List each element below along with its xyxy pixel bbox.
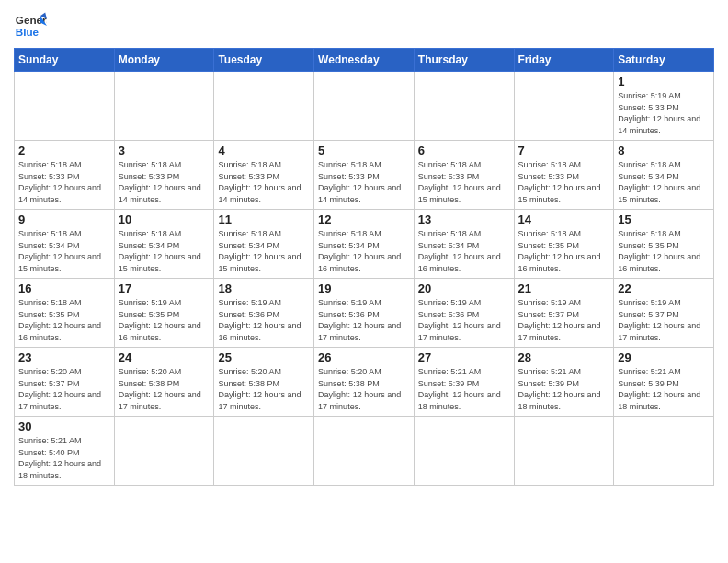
day-info: Sunrise: 5:20 AM Sunset: 5:38 PM Dayligh…: [218, 366, 310, 412]
day-cell: 3Sunrise: 5:18 AM Sunset: 5:33 PM Daylig…: [114, 141, 214, 210]
day-cell: 20Sunrise: 5:19 AM Sunset: 5:36 PM Dayli…: [414, 279, 514, 348]
day-info: Sunrise: 5:18 AM Sunset: 5:33 PM Dayligh…: [119, 159, 210, 205]
week-row-5: 30Sunrise: 5:21 AM Sunset: 5:40 PM Dayli…: [15, 417, 714, 486]
day-number: 8: [618, 144, 710, 157]
day-cell: 27Sunrise: 5:21 AM Sunset: 5:39 PM Dayli…: [414, 348, 514, 417]
day-info: Sunrise: 5:18 AM Sunset: 5:34 PM Dayligh…: [318, 228, 410, 274]
day-number: 3: [119, 144, 210, 157]
day-number: 20: [418, 282, 510, 295]
day-cell: 12Sunrise: 5:18 AM Sunset: 5:34 PM Dayli…: [314, 210, 415, 279]
day-cell: 18Sunrise: 5:19 AM Sunset: 5:36 PM Dayli…: [214, 279, 314, 348]
day-info: Sunrise: 5:18 AM Sunset: 5:35 PM Dayligh…: [518, 228, 610, 274]
day-number: 17: [119, 282, 210, 295]
day-info: Sunrise: 5:20 AM Sunset: 5:37 PM Dayligh…: [18, 366, 110, 412]
day-info: Sunrise: 5:21 AM Sunset: 5:39 PM Dayligh…: [518, 366, 610, 412]
day-number: 24: [119, 350, 210, 364]
day-cell: 1Sunrise: 5:19 AM Sunset: 5:33 PM Daylig…: [614, 72, 714, 141]
day-cell: [514, 72, 614, 141]
day-info: Sunrise: 5:19 AM Sunset: 5:37 PM Dayligh…: [618, 297, 710, 343]
weekday-header-row: SundayMondayTuesdayWednesdayThursdayFrid…: [15, 49, 714, 72]
day-info: Sunrise: 5:21 AM Sunset: 5:40 PM Dayligh…: [18, 435, 110, 481]
day-cell: 8Sunrise: 5:18 AM Sunset: 5:34 PM Daylig…: [614, 141, 714, 210]
day-cell: 15Sunrise: 5:18 AM Sunset: 5:35 PM Dayli…: [614, 210, 714, 279]
day-number: 27: [418, 350, 510, 364]
day-cell: [214, 72, 314, 141]
day-number: 18: [218, 282, 310, 295]
day-info: Sunrise: 5:19 AM Sunset: 5:36 PM Dayligh…: [318, 297, 410, 343]
week-row-0: 1Sunrise: 5:19 AM Sunset: 5:33 PM Daylig…: [15, 72, 714, 141]
day-cell: [414, 417, 514, 486]
week-row-2: 9Sunrise: 5:18 AM Sunset: 5:34 PM Daylig…: [15, 210, 714, 279]
day-cell: [414, 72, 514, 141]
day-number: 21: [518, 282, 610, 295]
day-number: 23: [18, 350, 110, 364]
day-cell: 6Sunrise: 5:18 AM Sunset: 5:33 PM Daylig…: [414, 141, 514, 210]
day-info: Sunrise: 5:18 AM Sunset: 5:33 PM Dayligh…: [18, 159, 110, 205]
day-info: Sunrise: 5:18 AM Sunset: 5:33 PM Dayligh…: [418, 159, 510, 205]
day-cell: 17Sunrise: 5:19 AM Sunset: 5:35 PM Dayli…: [114, 279, 214, 348]
day-info: Sunrise: 5:18 AM Sunset: 5:34 PM Dayligh…: [418, 228, 510, 274]
day-number: 11: [218, 213, 310, 226]
day-number: 25: [218, 350, 310, 364]
day-cell: [314, 72, 415, 141]
day-number: 29: [618, 350, 710, 364]
day-cell: 5Sunrise: 5:18 AM Sunset: 5:33 PM Daylig…: [314, 141, 415, 210]
logo-icon: General Blue: [14, 9, 47, 42]
week-row-3: 16Sunrise: 5:18 AM Sunset: 5:35 PM Dayli…: [15, 279, 714, 348]
day-number: 22: [618, 282, 710, 295]
day-number: 10: [119, 213, 210, 226]
day-number: 26: [318, 350, 410, 364]
day-number: 2: [18, 144, 110, 157]
day-number: 30: [18, 419, 110, 433]
day-cell: 11Sunrise: 5:18 AM Sunset: 5:34 PM Dayli…: [214, 210, 314, 279]
day-number: 6: [418, 144, 510, 157]
day-number: 28: [518, 350, 610, 364]
day-cell: 23Sunrise: 5:20 AM Sunset: 5:37 PM Dayli…: [15, 348, 115, 417]
day-number: 7: [518, 144, 610, 157]
day-cell: [614, 417, 714, 486]
day-cell: [514, 417, 614, 486]
day-cell: 10Sunrise: 5:18 AM Sunset: 5:34 PM Dayli…: [114, 210, 214, 279]
day-cell: 29Sunrise: 5:21 AM Sunset: 5:39 PM Dayli…: [614, 348, 714, 417]
header: General Blue: [14, 9, 714, 42]
weekday-tuesday: Tuesday: [214, 49, 314, 72]
day-number: 9: [18, 213, 110, 226]
calendar-table: SundayMondayTuesdayWednesdayThursdayFrid…: [14, 48, 714, 486]
weekday-saturday: Saturday: [614, 49, 714, 72]
day-cell: [114, 417, 214, 486]
weekday-thursday: Thursday: [414, 49, 514, 72]
day-cell: 19Sunrise: 5:19 AM Sunset: 5:36 PM Dayli…: [314, 279, 415, 348]
day-info: Sunrise: 5:18 AM Sunset: 5:34 PM Dayligh…: [218, 228, 310, 274]
weekday-wednesday: Wednesday: [314, 49, 415, 72]
day-info: Sunrise: 5:19 AM Sunset: 5:36 PM Dayligh…: [218, 297, 310, 343]
logo: General Blue: [14, 9, 47, 42]
day-number: 16: [18, 282, 110, 295]
day-info: Sunrise: 5:20 AM Sunset: 5:38 PM Dayligh…: [119, 366, 210, 412]
day-cell: 24Sunrise: 5:20 AM Sunset: 5:38 PM Dayli…: [114, 348, 214, 417]
day-cell: 9Sunrise: 5:18 AM Sunset: 5:34 PM Daylig…: [15, 210, 115, 279]
day-number: 19: [318, 282, 410, 295]
day-number: 15: [618, 213, 710, 226]
day-cell: 14Sunrise: 5:18 AM Sunset: 5:35 PM Dayli…: [514, 210, 614, 279]
day-cell: [114, 72, 214, 141]
day-info: Sunrise: 5:18 AM Sunset: 5:34 PM Dayligh…: [18, 228, 110, 274]
day-info: Sunrise: 5:19 AM Sunset: 5:35 PM Dayligh…: [119, 297, 210, 343]
day-info: Sunrise: 5:18 AM Sunset: 5:35 PM Dayligh…: [18, 297, 110, 343]
day-info: Sunrise: 5:18 AM Sunset: 5:34 PM Dayligh…: [119, 228, 210, 274]
day-info: Sunrise: 5:18 AM Sunset: 5:33 PM Dayligh…: [318, 159, 410, 205]
svg-text:Blue: Blue: [16, 26, 40, 38]
day-cell: 30Sunrise: 5:21 AM Sunset: 5:40 PM Dayli…: [15, 417, 115, 486]
day-cell: 4Sunrise: 5:18 AM Sunset: 5:33 PM Daylig…: [214, 141, 314, 210]
day-cell: 25Sunrise: 5:20 AM Sunset: 5:38 PM Dayli…: [214, 348, 314, 417]
page: General Blue SundayMondayTuesdayWednesda…: [0, 0, 728, 563]
day-info: Sunrise: 5:18 AM Sunset: 5:35 PM Dayligh…: [618, 228, 710, 274]
day-info: Sunrise: 5:18 AM Sunset: 5:33 PM Dayligh…: [518, 159, 610, 205]
day-cell: [214, 417, 314, 486]
day-cell: 26Sunrise: 5:20 AM Sunset: 5:38 PM Dayli…: [314, 348, 415, 417]
day-cell: 7Sunrise: 5:18 AM Sunset: 5:33 PM Daylig…: [514, 141, 614, 210]
week-row-1: 2Sunrise: 5:18 AM Sunset: 5:33 PM Daylig…: [15, 141, 714, 210]
day-cell: [314, 417, 415, 486]
day-number: 4: [218, 144, 310, 157]
day-number: 13: [418, 213, 510, 226]
day-cell: 28Sunrise: 5:21 AM Sunset: 5:39 PM Dayli…: [514, 348, 614, 417]
